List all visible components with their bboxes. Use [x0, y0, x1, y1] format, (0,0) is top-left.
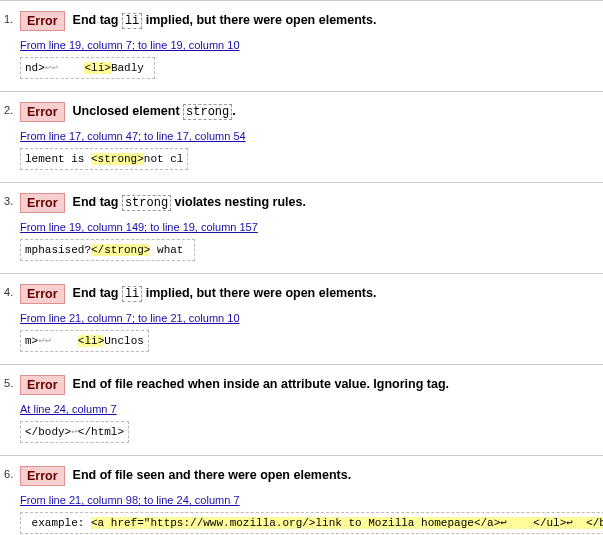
- location-link[interactable]: From line 17, column 47; to line 17, col…: [20, 130, 246, 142]
- error-badge: Error: [20, 102, 65, 122]
- location-link[interactable]: At line 24, column 7: [20, 403, 117, 415]
- location-link[interactable]: From line 19, column 149; to line 19, co…: [20, 221, 258, 233]
- error-badge: Error: [20, 11, 65, 31]
- error-header: ErrorEnd of file seen and there were ope…: [20, 466, 595, 486]
- error-header: ErrorUnclosed element strong.: [20, 102, 595, 122]
- code-token: li: [122, 13, 142, 29]
- error-item: ErrorEnd tag li implied, but there were …: [0, 0, 603, 91]
- error-badge: Error: [20, 284, 65, 304]
- location-link[interactable]: From line 19, column 7; to line 19, colu…: [20, 39, 240, 51]
- code-token: li: [122, 286, 142, 302]
- error-item: ErrorUnclosed element strong.From line 1…: [0, 91, 603, 182]
- error-badge: Error: [20, 375, 65, 395]
- code-token: strong: [183, 104, 232, 120]
- location-link[interactable]: From line 21, column 7; to line 21, colu…: [20, 312, 240, 324]
- error-header: ErrorEnd of file reached when inside an …: [20, 375, 595, 395]
- error-badge: Error: [20, 193, 65, 213]
- error-item: ErrorEnd of file seen and there were ope…: [0, 455, 603, 535]
- location-link[interactable]: From line 21, column 98; to line 24, col…: [20, 494, 240, 506]
- error-item: ErrorEnd of file reached when inside an …: [0, 364, 603, 455]
- error-item: ErrorEnd tag strong violates nesting rul…: [0, 182, 603, 273]
- error-badge: Error: [20, 466, 65, 486]
- code-token: strong: [122, 195, 171, 211]
- code-snippet: nd>↩↩ <li>Badly: [20, 57, 155, 79]
- code-snippet: lement is <strong>not cl: [20, 148, 188, 170]
- error-header: ErrorEnd tag strong violates nesting rul…: [20, 193, 595, 213]
- code-snippet: mphasised?</strong> what: [20, 239, 195, 261]
- error-header: ErrorEnd tag li implied, but there were …: [20, 11, 595, 31]
- code-snippet: m>↩↩ <li>Unclos: [20, 330, 149, 352]
- error-list: ErrorEnd tag li implied, but there were …: [0, 0, 603, 535]
- code-snippet: </body>↩</html>: [20, 421, 129, 443]
- error-item: ErrorEnd tag li implied, but there were …: [0, 273, 603, 364]
- code-snippet: example: <a href="https://www.mozilla.or…: [20, 512, 603, 534]
- error-header: ErrorEnd tag li implied, but there were …: [20, 284, 595, 304]
